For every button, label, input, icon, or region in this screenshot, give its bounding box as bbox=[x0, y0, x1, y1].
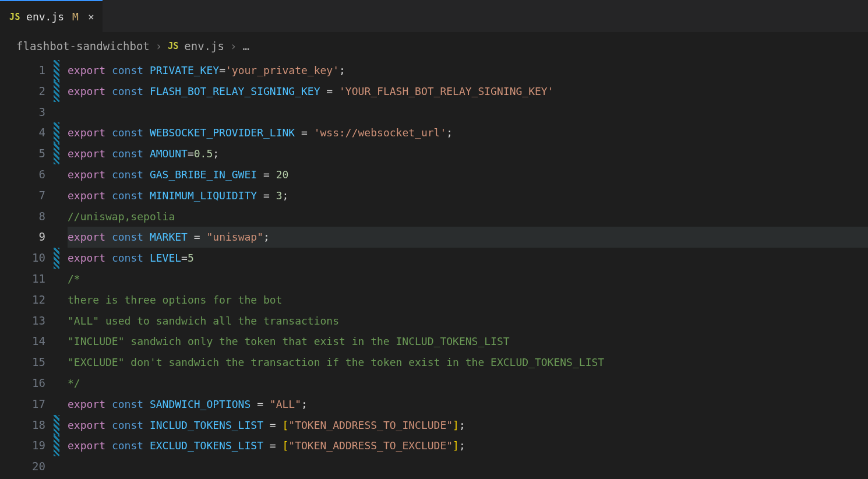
editor: 1234567891011121314151617181920 export c… bbox=[0, 60, 868, 479]
line-number: 14 bbox=[0, 331, 45, 352]
line-modified-marker bbox=[54, 394, 59, 415]
code-line[interactable]: "ALL" used to sandwich all the transacti… bbox=[68, 311, 868, 332]
line-modified-marker bbox=[54, 81, 59, 102]
line-number: 15 bbox=[0, 352, 45, 373]
tab-filename: env.js bbox=[26, 10, 64, 23]
line-number: 3 bbox=[0, 102, 45, 123]
line-modified-marker bbox=[54, 143, 59, 164]
tab-modified-marker: M bbox=[70, 10, 79, 23]
js-file-icon: JS bbox=[168, 41, 178, 51]
chevron-right-icon: › bbox=[230, 40, 237, 52]
line-number: 9 bbox=[0, 227, 45, 248]
code-line[interactable]: export const INCLUD_TOKENS_LIST = ["TOKE… bbox=[68, 415, 868, 436]
code-line[interactable]: export const PRIVATE_KEY='your_private_k… bbox=[68, 60, 868, 81]
line-number: 8 bbox=[0, 206, 45, 227]
code-line[interactable] bbox=[68, 102, 868, 123]
code-line[interactable]: /* bbox=[68, 269, 868, 290]
code-line[interactable]: export const FLASH_BOT_RELAY_SIGNING_KEY… bbox=[68, 81, 868, 102]
line-modified-marker bbox=[54, 122, 59, 143]
line-modified-marker bbox=[54, 269, 59, 290]
code-area[interactable]: export const PRIVATE_KEY='your_private_k… bbox=[59, 60, 868, 479]
line-modified-marker bbox=[54, 290, 59, 311]
line-number: 6 bbox=[0, 164, 45, 185]
line-number: 4 bbox=[0, 122, 45, 143]
line-modified-marker bbox=[54, 164, 59, 185]
line-number: 1 bbox=[0, 60, 45, 81]
tab-bar: JS env.js M × bbox=[0, 0, 868, 32]
code-line[interactable]: export const MARKET = "uniswap"; bbox=[68, 227, 868, 248]
line-modified-marker bbox=[54, 435, 59, 456]
line-modified-marker bbox=[54, 248, 59, 269]
line-modified-marker bbox=[54, 60, 59, 81]
code-line[interactable] bbox=[68, 456, 868, 477]
line-number: 7 bbox=[0, 185, 45, 206]
code-line[interactable]: "INCLUDE" sandwich only the token that e… bbox=[68, 331, 868, 352]
line-number: 17 bbox=[0, 394, 45, 415]
line-number: 12 bbox=[0, 290, 45, 311]
line-modified-marker bbox=[54, 373, 59, 394]
line-number: 10 bbox=[0, 248, 45, 269]
line-modified-marker bbox=[54, 206, 59, 227]
line-modified-marker bbox=[54, 415, 59, 436]
line-number-gutter: 1234567891011121314151617181920 bbox=[0, 60, 54, 479]
line-modified-marker bbox=[54, 185, 59, 206]
line-number: 19 bbox=[0, 435, 45, 456]
js-file-icon: JS bbox=[9, 12, 20, 22]
line-modified-marker bbox=[54, 456, 59, 477]
code-line[interactable]: export const SANDWICH_OPTIONS = "ALL"; bbox=[68, 394, 868, 415]
line-number: 13 bbox=[0, 311, 45, 332]
code-line[interactable]: there is three options for the bot bbox=[68, 290, 868, 311]
line-modified-marker bbox=[54, 311, 59, 332]
line-number: 16 bbox=[0, 373, 45, 394]
code-line[interactable]: //uniswap,sepolia bbox=[68, 206, 868, 227]
code-line[interactable]: */ bbox=[68, 373, 868, 394]
breadcrumb: flashbot-sandwichbot › JS env.js › … bbox=[0, 32, 868, 60]
code-line[interactable]: export const WEBSOCKET_PROVIDER_LINK = '… bbox=[68, 122, 868, 143]
line-number: 5 bbox=[0, 143, 45, 164]
breadcrumb-file[interactable]: env.js bbox=[184, 40, 224, 52]
line-number: 18 bbox=[0, 415, 45, 436]
line-modified-marker bbox=[54, 352, 59, 373]
line-number: 20 bbox=[0, 456, 45, 477]
code-line[interactable]: export const GAS_BRIBE_IN_GWEI = 20 bbox=[68, 164, 868, 185]
line-modified-marker bbox=[54, 102, 59, 123]
line-modified-marker bbox=[54, 331, 59, 352]
code-line[interactable]: export const EXCLUD_TOKENS_LIST = ["TOKE… bbox=[68, 435, 868, 456]
line-number: 11 bbox=[0, 269, 45, 290]
code-line[interactable]: "EXCLUDE" don't sandwich the transaction… bbox=[68, 352, 868, 373]
chevron-right-icon: › bbox=[156, 40, 162, 52]
code-line[interactable]: export const LEVEL=5 bbox=[68, 248, 868, 269]
breadcrumb-symbol[interactable]: … bbox=[242, 40, 249, 52]
breadcrumb-folder[interactable]: flashbot-sandwichbot bbox=[16, 40, 150, 52]
close-icon[interactable]: × bbox=[84, 10, 94, 23]
code-line[interactable]: export const MINIMUM_LIQUIDITY = 3; bbox=[68, 185, 868, 206]
modified-indicator-bar bbox=[54, 60, 59, 479]
code-line[interactable]: export const AMOUNT=0.5; bbox=[68, 143, 868, 164]
line-modified-marker bbox=[54, 227, 59, 248]
tab-env-js[interactable]: JS env.js M × bbox=[0, 0, 103, 32]
line-number: 2 bbox=[0, 81, 45, 102]
